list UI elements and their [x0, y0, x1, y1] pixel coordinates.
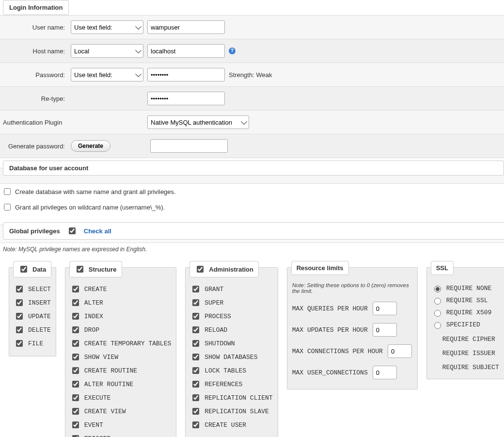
admin-priv-label: SUPER: [205, 299, 223, 307]
structure-priv-item: CREATE ROUTINE: [70, 364, 171, 377]
admin-priv-label: REPLICATION SLAVE: [205, 408, 269, 415]
data-priv-label: SELECT: [28, 286, 51, 293]
check-all-link[interactable]: Check all: [84, 227, 111, 235]
admin-priv-checkbox[interactable]: [192, 340, 199, 347]
resource-limit-input[interactable]: [373, 366, 397, 379]
admin-priv-label: REPLICATION CLIENT: [205, 394, 272, 402]
structure-priv-label: TRIGGER: [84, 435, 111, 437]
username-row: User name: Use text field:: [0, 15, 504, 39]
structure-priv-checkbox[interactable]: [72, 367, 79, 374]
structure-priv-checkbox[interactable]: [72, 340, 79, 347]
structure-priv-checkbox[interactable]: [72, 354, 79, 360]
data-priv-checkbox[interactable]: [16, 299, 23, 306]
admin-priv-checkbox[interactable]: [192, 354, 199, 360]
admin-group-checkbox[interactable]: [197, 266, 204, 273]
ssl-option: REQUIRE NONE: [432, 282, 499, 294]
resource-limit-label: MAX USER_CONNECTIONS: [292, 369, 368, 376]
resource-limits-box: Resource limits Note: Setting these opti…: [287, 267, 418, 389]
admin-priv-item: REPLICATION SLAVE: [190, 405, 272, 418]
ssl-option-label: REQUIRE NONE: [446, 285, 492, 292]
db-opt1-row: Create database with same name and grant…: [0, 184, 504, 199]
structure-priv-checkbox[interactable]: [72, 408, 79, 415]
admin-group-title: Administration: [209, 266, 253, 273]
structure-priv-checkbox[interactable]: [72, 299, 79, 306]
structure-priv-label: EXECUTE: [84, 394, 111, 402]
admin-priv-checkbox[interactable]: [192, 286, 199, 292]
structure-priv-label: EVENT: [84, 421, 103, 429]
ssl-radio[interactable]: [434, 286, 441, 292]
ssl-radio[interactable]: [434, 298, 441, 305]
password-input[interactable]: [147, 68, 225, 81]
admin-priv-checkbox[interactable]: [192, 313, 199, 320]
ssl-radio[interactable]: [434, 310, 441, 317]
admin-priv-checkbox[interactable]: [192, 394, 199, 401]
structure-priv-item: CREATE VIEW: [70, 405, 171, 418]
data-priv-label: DELETE: [28, 326, 51, 334]
structure-priv-label: SHOW VIEW: [84, 354, 118, 361]
ssl-title: SSL: [436, 264, 448, 272]
generated-password-input[interactable]: [150, 139, 228, 153]
username-label: User name:: [3, 24, 71, 31]
admin-priv-item: SHUTDOWN: [190, 337, 272, 350]
structure-priv-item: CREATE TEMPORARY TABLES: [70, 337, 171, 350]
admin-priv-checkbox[interactable]: [192, 367, 199, 374]
data-priv-checkbox[interactable]: [16, 326, 23, 333]
structure-priv-label: CREATE ROUTINE: [84, 367, 137, 374]
retype-label: Re-type:: [3, 95, 71, 102]
genpwd-row: Generate password: Generate: [0, 134, 504, 158]
auth-plugin-select[interactable]: Native MySQL authentication: [147, 115, 249, 129]
data-priv-item: FILE: [14, 337, 51, 350]
structure-priv-checkbox[interactable]: [72, 421, 79, 428]
strength-label: Strength: Weak: [229, 71, 272, 79]
resource-limit-row: MAX UPDATES PER HOUR: [292, 319, 412, 340]
data-priv-checkbox[interactable]: [16, 313, 23, 320]
username-mode-select[interactable]: Use text field:: [71, 20, 143, 34]
admin-priv-item: REFERENCES: [190, 377, 272, 391]
retype-input[interactable]: [147, 92, 225, 105]
check-all-checkbox[interactable]: [69, 227, 76, 234]
structure-priv-item: TRIGGER: [70, 432, 171, 437]
db-opt1-checkbox[interactable]: [4, 188, 11, 195]
ssl-sub-option: REQUIRE SUBJECT: [432, 359, 499, 373]
admin-priv-label: GRANT: [205, 286, 223, 293]
structure-group-checkbox[interactable]: [77, 266, 83, 273]
help-icon[interactable]: ?: [229, 48, 236, 54]
resource-limit-input[interactable]: [373, 302, 397, 315]
data-priv-checkbox[interactable]: [16, 286, 23, 292]
admin-priv-checkbox[interactable]: [192, 381, 199, 388]
admin-priv-checkbox[interactable]: [192, 421, 199, 428]
admin-priv-label: SHUTDOWN: [205, 340, 235, 347]
ssl-option: REQUIRE X509: [432, 307, 499, 319]
username-input[interactable]: [147, 20, 225, 34]
resource-limit-input[interactable]: [388, 344, 412, 358]
admin-priv-checkbox[interactable]: [192, 326, 199, 333]
structure-priv-checkbox[interactable]: [72, 435, 79, 437]
db-opt2-checkbox[interactable]: [4, 204, 11, 210]
data-group-title: Data: [32, 266, 46, 273]
admin-priv-checkbox[interactable]: [192, 299, 199, 306]
admin-priv-item: PROCESS: [190, 309, 272, 323]
ssl-sub-option: REQUIRE ISSUER: [432, 345, 499, 359]
structure-priv-checkbox[interactable]: [72, 313, 79, 320]
data-priv-checkbox[interactable]: [16, 340, 23, 347]
structure-priv-checkbox[interactable]: [72, 381, 79, 388]
hostname-input[interactable]: [147, 44, 225, 58]
hostname-mode-select[interactable]: Local: [71, 44, 143, 58]
structure-priv-checkbox[interactable]: [72, 394, 79, 401]
admin-priv-item: GRANT: [190, 282, 272, 296]
password-mode-select[interactable]: Use text field:: [71, 68, 143, 81]
structure-priv-checkbox[interactable]: [72, 286, 79, 292]
ssl-radio[interactable]: [434, 322, 441, 329]
structure-priv-checkbox[interactable]: [72, 326, 79, 333]
structure-priv-item: SHOW VIEW: [70, 350, 171, 364]
resource-limit-input[interactable]: [373, 323, 397, 337]
admin-priv-checkbox[interactable]: [192, 408, 199, 415]
admin-priv-item: RELOAD: [190, 323, 272, 337]
structure-privileges-box: Structure CREATEALTERINDEXDROPCREATE TEM…: [65, 267, 176, 437]
ssl-option-label: REQUIRE SSL: [446, 297, 488, 304]
structure-priv-item: EVENT: [70, 418, 171, 432]
data-group-checkbox[interactable]: [20, 266, 27, 273]
resource-limit-label: MAX UPDATES PER HOUR: [292, 326, 368, 334]
generate-button[interactable]: Generate: [71, 140, 110, 152]
structure-priv-item: EXECUTE: [70, 391, 171, 405]
